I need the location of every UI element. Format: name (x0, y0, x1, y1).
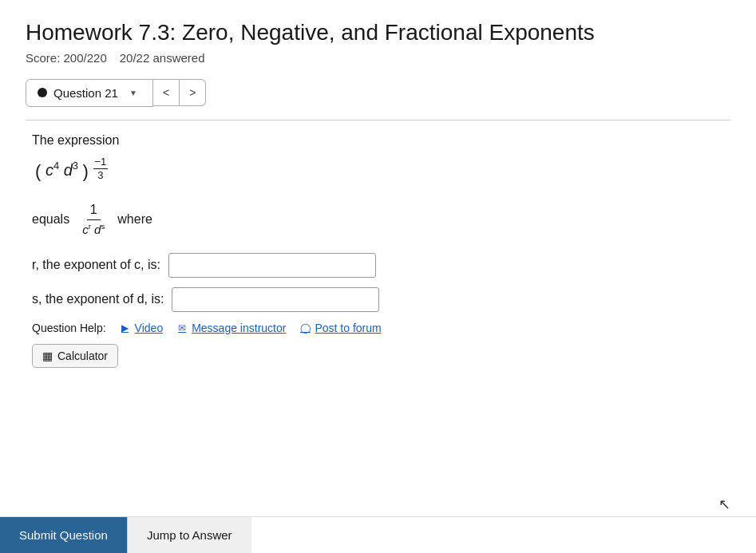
cursor-icon: ↖ (718, 496, 730, 513)
forum-link[interactable]: ◯ Post to forum (299, 322, 381, 334)
answered: 20/22 answered (120, 51, 205, 65)
video-icon: ▶ (119, 322, 132, 334)
submit-button[interactable]: Submit Question (0, 517, 127, 553)
video-link[interactable]: ▶ Video (119, 322, 164, 334)
s-input[interactable] (172, 287, 379, 312)
math-c: c (46, 161, 53, 179)
exp-4: 4 (53, 160, 59, 172)
score: Score: 200/220 (26, 51, 107, 65)
bottom-bar: Submit Question Jump to Answer (0, 516, 756, 553)
message-link[interactable]: ✉ Message instructor (176, 322, 286, 334)
calculator-button[interactable]: ▦ Calculator (32, 344, 118, 368)
message-icon: ✉ (176, 322, 188, 334)
denom-s: s (101, 222, 105, 231)
page-container: Homework 7.3: Zero, Negative, and Fracti… (0, 0, 756, 368)
question-nav: Question 21 ▼ < > (26, 79, 730, 107)
fraction-denominator: cr ds (79, 220, 108, 237)
message-link-text: Message instructor (192, 322, 286, 334)
denom-r: r (89, 222, 91, 231)
exp-3: 3 (73, 160, 78, 172)
score-line: Score: 200/220 20/22 answered (26, 51, 730, 65)
forum-link-text: Post to forum (315, 322, 381, 334)
question-dot (38, 88, 47, 97)
divider (26, 120, 730, 120)
prev-button[interactable]: < (153, 79, 180, 106)
equals-section: equals 1 cr ds where (32, 202, 730, 236)
r-label: r, the exponent of c, is: (32, 258, 160, 272)
calculator-label: Calculator (57, 350, 108, 362)
s-input-row: s, the exponent of d, is: (32, 287, 730, 312)
r-input[interactable] (168, 253, 376, 278)
equals-text: equals (32, 212, 69, 227)
next-button[interactable]: > (180, 79, 206, 106)
fraction-numerator: 1 (87, 202, 101, 219)
forum-icon: ◯ (299, 322, 311, 334)
page-title: Homework 7.3: Zero, Negative, and Fracti… (26, 19, 730, 46)
s-label: s, the exponent of d, is: (32, 292, 164, 306)
expression-intro: The expression (32, 133, 730, 148)
jump-button[interactable]: Jump to Answer (127, 517, 251, 553)
where-text: where (117, 212, 152, 227)
content-area: The expression ( c4 d3 ) −1 3 equals 1 c… (26, 133, 730, 368)
question-label: Question 21 (53, 86, 118, 100)
help-label: Question Help: (32, 322, 106, 334)
math-expression: ( c4 d3 ) −1 3 (35, 156, 730, 184)
video-link-text: Video (135, 322, 164, 334)
close-paren: ) (83, 160, 89, 180)
question-selector[interactable]: Question 21 ▼ (26, 79, 153, 107)
calculator-icon: ▦ (42, 350, 53, 362)
open-paren: ( (35, 160, 41, 180)
denom-c: c (82, 223, 89, 236)
outer-power: −1 3 (93, 160, 109, 172)
equals-row: equals 1 cr ds where (32, 202, 730, 236)
math-d: d (64, 161, 73, 179)
fraction: 1 cr ds (79, 202, 108, 236)
dropdown-arrow-icon: ▼ (129, 89, 137, 97)
power-numerator: −1 (93, 156, 109, 170)
r-input-row: r, the exponent of c, is: (32, 253, 730, 278)
power-denominator: 3 (96, 169, 105, 183)
question-help: Question Help: ▶ Video ✉ Message instruc… (32, 322, 730, 334)
